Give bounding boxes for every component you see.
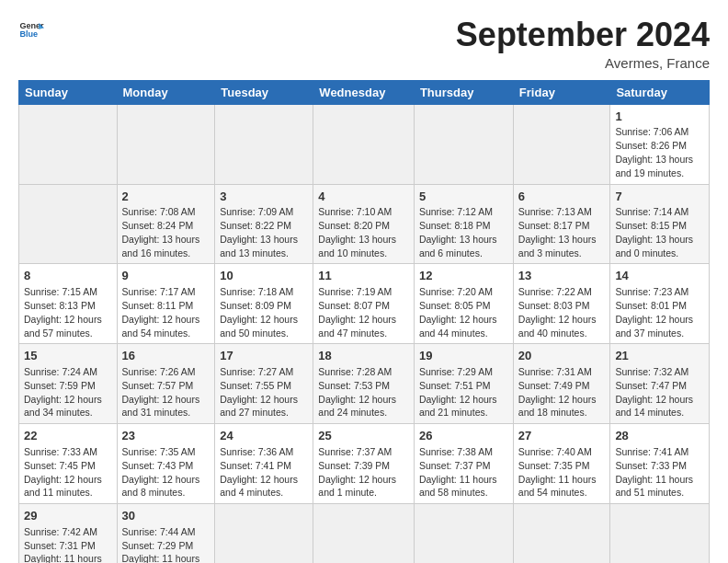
day-info: Sunrise: 7:12 AMSunset: 8:18 PMDaylight:… [419,206,497,259]
calendar-cell: 5Sunrise: 7:12 AMSunset: 8:18 PMDaylight… [414,184,513,264]
day-number: 26 [419,428,508,444]
day-number: 24 [220,428,308,444]
calendar-cell: 28Sunrise: 7:41 AMSunset: 7:33 PMDayligh… [610,424,710,504]
calendar-cell [610,504,710,563]
day-number: 22 [24,428,112,444]
day-number: 6 [518,189,606,205]
location: Avermes, France [456,55,710,71]
day-number: 20 [518,348,606,364]
day-info: Sunrise: 7:24 AMSunset: 7:59 PMDaylight:… [24,366,102,419]
page: General Blue General Blue September 2024… [0,0,728,563]
day-number: 27 [518,428,606,444]
day-info: Sunrise: 7:08 AMSunset: 8:24 PMDaylight:… [122,206,200,259]
day-number: 30 [122,508,210,524]
day-number: 1 [615,109,704,125]
calendar-cell: 9Sunrise: 7:17 AMSunset: 8:11 PMDaylight… [117,264,215,344]
day-number: 5 [419,189,508,205]
calendar-cell: 18Sunrise: 7:28 AMSunset: 7:53 PMDayligh… [313,344,415,424]
calendar-cell: 24Sunrise: 7:36 AMSunset: 7:41 PMDayligh… [215,424,313,504]
day-info: Sunrise: 7:38 AMSunset: 7:37 PMDaylight:… [419,446,497,499]
calendar-cell [513,104,610,184]
day-info: Sunrise: 7:15 AMSunset: 8:13 PMDaylight:… [24,286,102,339]
calendar-week-row: 1Sunrise: 7:06 AMSunset: 8:26 PMDaylight… [19,104,710,184]
day-info: Sunrise: 7:29 AMSunset: 7:51 PMDaylight:… [419,366,497,419]
day-number: 14 [615,268,704,284]
svg-text:Blue: Blue [19,29,38,39]
column-header-thursday: Thursday [414,80,513,104]
column-header-tuesday: Tuesday [215,80,313,104]
day-number: 21 [615,348,704,364]
day-info: Sunrise: 7:27 AMSunset: 7:55 PMDaylight:… [220,366,298,419]
day-number: 19 [419,348,508,364]
day-info: Sunrise: 7:36 AMSunset: 7:41 PMDaylight:… [220,446,298,499]
day-info: Sunrise: 7:37 AMSunset: 7:39 PMDaylight:… [318,446,396,499]
calendar-cell: 13Sunrise: 7:22 AMSunset: 8:03 PMDayligh… [513,264,610,344]
day-info: Sunrise: 7:42 AMSunset: 7:31 PMDaylight:… [24,526,102,563]
calendar-cell: 20Sunrise: 7:31 AMSunset: 7:49 PMDayligh… [513,344,610,424]
day-number: 2 [122,189,210,205]
calendar-cell: 2Sunrise: 7:08 AMSunset: 8:24 PMDaylight… [117,184,215,264]
calendar-week-row: 29Sunrise: 7:42 AMSunset: 7:31 PMDayligh… [19,504,710,563]
header: General Blue General Blue September 2024… [18,17,710,71]
calendar-cell: 30Sunrise: 7:44 AMSunset: 7:29 PMDayligh… [117,504,215,563]
day-info: Sunrise: 7:33 AMSunset: 7:45 PMDaylight:… [24,446,102,499]
day-info: Sunrise: 7:35 AMSunset: 7:43 PMDaylight:… [122,446,200,499]
day-number: 8 [24,268,112,284]
calendar-week-row: 22Sunrise: 7:33 AMSunset: 7:45 PMDayligh… [19,424,710,504]
calendar-cell: 12Sunrise: 7:20 AMSunset: 8:05 PMDayligh… [414,264,513,344]
title-block: September 2024 Avermes, France [456,17,710,71]
day-number: 11 [318,268,409,284]
day-info: Sunrise: 7:44 AMSunset: 7:29 PMDaylight:… [122,526,200,563]
day-info: Sunrise: 7:13 AMSunset: 8:17 PMDaylight:… [518,206,597,259]
calendar-cell: 11Sunrise: 7:19 AMSunset: 8:07 PMDayligh… [313,264,415,344]
day-number: 9 [122,268,210,284]
column-header-wednesday: Wednesday [313,80,415,104]
column-header-sunday: Sunday [19,80,118,104]
column-header-friday: Friday [513,80,610,104]
day-number: 3 [220,189,308,205]
calendar-header-row: SundayMondayTuesdayWednesdayThursdayFrid… [19,80,710,104]
calendar-cell [19,104,118,184]
calendar-cell: 29Sunrise: 7:42 AMSunset: 7:31 PMDayligh… [19,504,118,563]
calendar-week-row: 15Sunrise: 7:24 AMSunset: 7:59 PMDayligh… [19,344,710,424]
day-number: 10 [220,268,308,284]
calendar-cell: 25Sunrise: 7:37 AMSunset: 7:39 PMDayligh… [313,424,415,504]
calendar-cell [19,184,118,264]
calendar-cell: 27Sunrise: 7:40 AMSunset: 7:35 PMDayligh… [513,424,610,504]
calendar-cell [215,104,313,184]
calendar-week-row: 2Sunrise: 7:08 AMSunset: 8:24 PMDaylight… [19,184,710,264]
day-number: 7 [615,189,704,205]
day-number: 13 [518,268,606,284]
day-info: Sunrise: 7:40 AMSunset: 7:35 PMDaylight:… [518,446,597,499]
month-title: September 2024 [456,17,710,53]
calendar-cell: 22Sunrise: 7:33 AMSunset: 7:45 PMDayligh… [19,424,118,504]
day-number: 15 [24,348,112,364]
day-number: 16 [122,348,210,364]
calendar-cell: 14Sunrise: 7:23 AMSunset: 8:01 PMDayligh… [610,264,710,344]
day-info: Sunrise: 7:41 AMSunset: 7:33 PMDaylight:… [615,446,693,499]
day-info: Sunrise: 7:17 AMSunset: 8:11 PMDaylight:… [122,286,200,339]
column-header-monday: Monday [117,80,215,104]
calendar-cell [313,504,415,563]
calendar-cell: 16Sunrise: 7:26 AMSunset: 7:57 PMDayligh… [117,344,215,424]
day-info: Sunrise: 7:26 AMSunset: 7:57 PMDaylight:… [122,366,200,419]
day-number: 4 [318,189,409,205]
calendar-cell: 21Sunrise: 7:32 AMSunset: 7:47 PMDayligh… [610,344,710,424]
calendar-cell: 19Sunrise: 7:29 AMSunset: 7:51 PMDayligh… [414,344,513,424]
calendar-cell: 17Sunrise: 7:27 AMSunset: 7:55 PMDayligh… [215,344,313,424]
day-info: Sunrise: 7:31 AMSunset: 7:49 PMDaylight:… [518,366,597,419]
day-info: Sunrise: 7:22 AMSunset: 8:03 PMDaylight:… [518,286,597,339]
calendar-cell: 15Sunrise: 7:24 AMSunset: 7:59 PMDayligh… [19,344,118,424]
day-number: 28 [615,428,704,444]
calendar-cell: 23Sunrise: 7:35 AMSunset: 7:43 PMDayligh… [117,424,215,504]
calendar-cell [414,504,513,563]
day-number: 29 [24,508,112,524]
calendar-cell [313,104,415,184]
calendar-cell: 4Sunrise: 7:10 AMSunset: 8:20 PMDaylight… [313,184,415,264]
calendar-cell [215,504,313,563]
day-info: Sunrise: 7:20 AMSunset: 8:05 PMDaylight:… [419,286,497,339]
day-info: Sunrise: 7:09 AMSunset: 8:22 PMDaylight:… [220,206,298,259]
calendar-cell [414,104,513,184]
day-info: Sunrise: 7:23 AMSunset: 8:01 PMDaylight:… [615,286,693,339]
calendar-cell [117,104,215,184]
